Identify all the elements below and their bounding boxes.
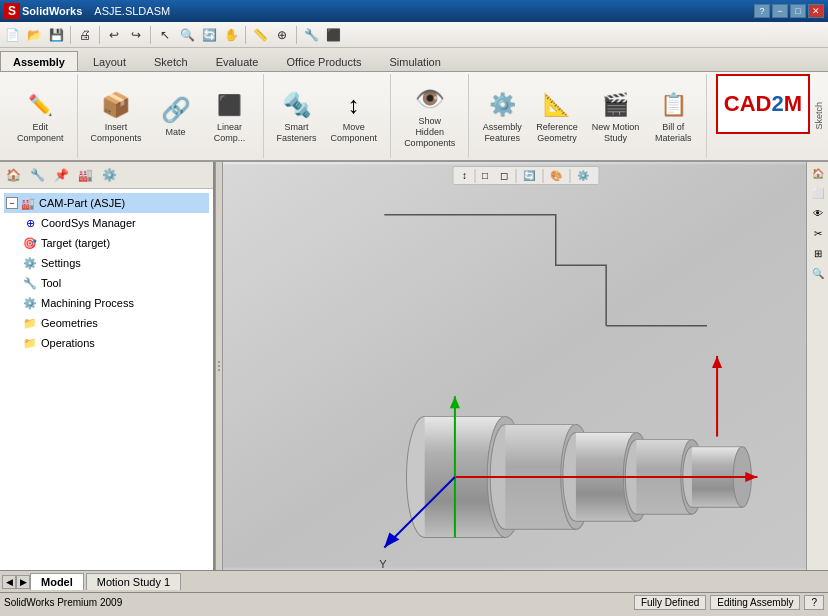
- view-hide-btn[interactable]: 👁: [809, 204, 827, 222]
- cam-part-icon: 🏭: [20, 195, 36, 211]
- bill-of-materials-label: Bill ofMaterials: [655, 122, 692, 144]
- mate-icon: 🔗: [160, 94, 192, 126]
- cad2m-logo: CAD 2 M: [716, 74, 810, 134]
- tree-item-operations[interactable]: 📁 Operations: [4, 333, 209, 353]
- view-zoom-sel-btn[interactable]: 🔍: [809, 264, 827, 282]
- panel-tool-3[interactable]: 📌: [50, 164, 72, 186]
- mate-label: Mate: [166, 127, 186, 138]
- new-motion-study-label: New MotionStudy: [592, 122, 640, 144]
- tree-item-settings[interactable]: ⚙️ Settings: [4, 253, 209, 273]
- parts-icon[interactable]: ⬛: [323, 25, 343, 45]
- tab-sketch[interactable]: Sketch: [141, 51, 201, 71]
- zoom-icon[interactable]: 🔍: [177, 25, 197, 45]
- tab-office-products[interactable]: Office Products: [273, 51, 374, 71]
- new-motion-study-button[interactable]: 🎬 New MotionStudy: [587, 86, 645, 147]
- insert-components-label: InsertComponents: [91, 122, 142, 144]
- tab-scroll-left[interactable]: ◀: [2, 575, 16, 589]
- svg-text:Y: Y: [379, 558, 387, 570]
- toolbar-sep-3: [150, 26, 151, 44]
- vp-orient-btn[interactable]: ↕: [457, 168, 472, 183]
- titlebar-controls: ? − □ ✕: [754, 4, 824, 18]
- tab-model[interactable]: Model: [30, 573, 84, 590]
- assembly-features-button[interactable]: ⚙️ AssemblyFeatures: [477, 86, 527, 147]
- tree-item-tool[interactable]: 🔧 Tool: [4, 273, 209, 293]
- rotate-icon[interactable]: 🔄: [199, 25, 219, 45]
- tree-item-coordsys[interactable]: ⊕ CoordSys Manager: [4, 213, 209, 233]
- undo-icon[interactable]: ↩: [104, 25, 124, 45]
- snaps-icon[interactable]: ⊕: [272, 25, 292, 45]
- mate-button[interactable]: 🔗 Mate: [151, 91, 201, 141]
- editing-assembly-status: Editing Assembly: [710, 595, 800, 610]
- ribbon-group-insert-items: 📦 InsertComponents 🔗 Mate ⬛ LinearComp..…: [86, 76, 255, 156]
- viewport[interactable]: ↕ □ ◻ 🔄 🎨 ⚙️: [223, 162, 828, 570]
- sw-logo-text: SolidWorks: [22, 5, 82, 17]
- geometries-label: Geometries: [41, 317, 98, 329]
- main-toolbar: 📄 📂 💾 🖨 ↩ ↪ ↖ 🔍 🔄 ✋ 📏 ⊕ 🔧 ⬛: [0, 22, 828, 48]
- maximize-button[interactable]: □: [790, 4, 806, 18]
- cad-2: 2: [771, 91, 783, 117]
- tab-motion-study-1[interactable]: Motion Study 1: [86, 573, 181, 590]
- ribbon-group-insert: 📦 InsertComponents 🔗 Mate ⬛ LinearComp..…: [78, 74, 264, 158]
- help-button[interactable]: ?: [754, 4, 770, 18]
- show-hidden-button[interactable]: 👁️ ShowHiddenComponents: [399, 80, 460, 151]
- measure-icon[interactable]: 📏: [250, 25, 270, 45]
- panel-resize-handle[interactable]: [215, 162, 223, 570]
- view-zoom-fit-btn[interactable]: ⊞: [809, 244, 827, 262]
- new-icon[interactable]: 📄: [2, 25, 22, 45]
- insert-components-button[interactable]: 📦 InsertComponents: [86, 86, 147, 147]
- view-section-btn[interactable]: ✂: [809, 224, 827, 242]
- select-icon[interactable]: ↖: [155, 25, 175, 45]
- show-hidden-label: ShowHiddenComponents: [404, 116, 455, 148]
- ribbon-content: ✏️ EditComponent 📦 InsertComponents 🔗 Ma…: [0, 72, 828, 162]
- vp-display-btn[interactable]: □: [477, 168, 493, 183]
- view-orient-btn[interactable]: 🏠: [809, 164, 827, 182]
- sketch-label: Sketch: [814, 98, 824, 134]
- vp-sep-2: [515, 169, 516, 183]
- smart-fasteners-button[interactable]: 🔩 SmartFasteners: [272, 86, 322, 147]
- panel-toolbar: 🏠 🔧 📌 🏭 ⚙️: [0, 162, 213, 189]
- pan-icon[interactable]: ✋: [221, 25, 241, 45]
- fully-defined-status: Fully Defined: [634, 595, 706, 610]
- tree-item-cam-part[interactable]: − 🏭 CAM-Part (ASJE): [4, 193, 209, 213]
- tab-layout[interactable]: Layout: [80, 51, 139, 71]
- reference-geometry-button[interactable]: 📐 ReferenceGeometry: [531, 86, 583, 147]
- tab-evaluate[interactable]: Evaluate: [203, 51, 272, 71]
- machining-process-icon: ⚙️: [22, 295, 38, 311]
- status-bar: SolidWorks Premium 2009 Fully Defined Ed…: [0, 592, 828, 612]
- panel-tool-4[interactable]: 🏭: [74, 164, 96, 186]
- bill-of-materials-button[interactable]: 📋 Bill ofMaterials: [648, 86, 698, 147]
- tree-item-target[interactable]: 🎯 Target (target): [4, 233, 209, 253]
- tab-scroll-right[interactable]: ▶: [16, 575, 30, 589]
- target-label: Target (target): [41, 237, 110, 249]
- ribbon-group-show-hidden: 👁️ ShowHiddenComponents: [391, 74, 469, 158]
- move-component-button[interactable]: ↕️ MoveComponent: [326, 86, 383, 147]
- open-icon[interactable]: 📂: [24, 25, 44, 45]
- assembly-icon[interactable]: 🔧: [301, 25, 321, 45]
- linear-comp-button[interactable]: ⬛ LinearComp...: [205, 86, 255, 147]
- edit-component-button[interactable]: ✏️ EditComponent: [12, 86, 69, 147]
- print-icon[interactable]: 🖨: [75, 25, 95, 45]
- save-icon[interactable]: 💾: [46, 25, 66, 45]
- tree-item-geometries[interactable]: 📁 Geometries: [4, 313, 209, 333]
- vp-shading-btn[interactable]: ◻: [495, 168, 513, 183]
- close-button[interactable]: ✕: [808, 4, 824, 18]
- vp-color-btn[interactable]: 🎨: [545, 168, 567, 183]
- tab-simulation[interactable]: Simulation: [376, 51, 453, 71]
- redo-icon[interactable]: ↪: [126, 25, 146, 45]
- panel-tool-1[interactable]: 🏠: [2, 164, 24, 186]
- view-planes-btn[interactable]: ⬜: [809, 184, 827, 202]
- panel-tool-2[interactable]: 🔧: [26, 164, 48, 186]
- ribbon-group-fasteners-items: 🔩 SmartFasteners ↕️ MoveComponent: [272, 76, 383, 156]
- tab-assembly[interactable]: Assembly: [0, 51, 78, 71]
- panel-tool-5[interactable]: ⚙️: [98, 164, 120, 186]
- status-help-btn[interactable]: ?: [804, 595, 824, 610]
- minimize-button[interactable]: −: [772, 4, 788, 18]
- cam-part-expand[interactable]: −: [6, 197, 18, 209]
- tree-item-machining-process[interactable]: ⚙️ Machining Process: [4, 293, 209, 313]
- cam-part-label: CAM-Part (ASJE): [39, 197, 125, 209]
- reference-geometry-label: ReferenceGeometry: [536, 122, 578, 144]
- titlebar-left: S SolidWorks ASJE.SLDASM: [4, 3, 170, 19]
- vp-rotate-btn[interactable]: 🔄: [518, 168, 540, 183]
- vp-settings-btn[interactable]: ⚙️: [572, 168, 594, 183]
- toolbar-sep-5: [296, 26, 297, 44]
